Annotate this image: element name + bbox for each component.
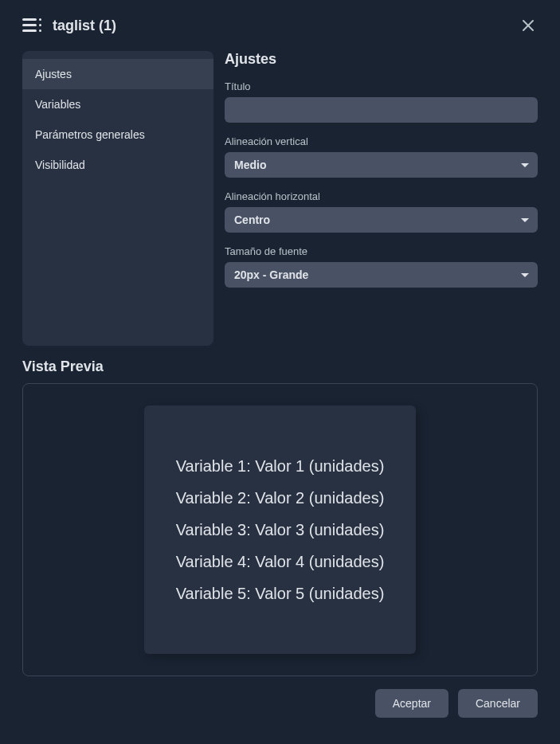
preview-title: Vista Previa: [22, 358, 538, 375]
preview-box: Variable 1: Valor 1 (unidades) Variable …: [22, 383, 538, 676]
select-fontsize[interactable]: 20px - Grande: [225, 262, 538, 288]
variable-name: Variable 5:: [176, 585, 251, 602]
select-halign[interactable]: Centro: [225, 207, 538, 233]
preview-row: Variable 3: Valor 3 (unidades): [176, 514, 385, 546]
variable-value: Valor 2: [255, 489, 304, 507]
field-halign: Alineación horizontal Centro: [225, 190, 538, 233]
accept-button[interactable]: Aceptar: [375, 689, 448, 718]
input-titulo[interactable]: [225, 97, 538, 123]
cancel-button[interactable]: Cancelar: [458, 689, 538, 718]
variable-units: (unidades): [309, 585, 385, 602]
variable-name: Variable 1:: [176, 457, 251, 475]
variable-value: Valor 3: [255, 521, 304, 538]
modal-header: taglist (1): [0, 0, 560, 51]
preview-row: Variable 5: Valor 5 (unidades): [176, 578, 385, 609]
label-fontsize: Tamaño de fuente: [225, 245, 538, 257]
label-valign: Alineación vertical: [225, 135, 538, 147]
preview-row: Variable 4: Valor 4 (unidades): [176, 546, 385, 578]
sidebar-item-variables[interactable]: Variables: [22, 89, 213, 119]
modal-title: taglist (1): [53, 18, 116, 34]
sidebar: Ajustes Variables Parámetros generales V…: [22, 51, 213, 346]
label-titulo: Título: [225, 80, 538, 92]
settings-panel: Ajustes Título Alineación vertical Medio…: [225, 51, 538, 346]
variable-value: Valor 1: [255, 457, 304, 475]
sidebar-item-visibilidad[interactable]: Visibilidad: [22, 150, 213, 180]
panel-title: Ajustes: [225, 51, 538, 68]
preview-row: Variable 1: Valor 1 (unidades): [176, 450, 385, 482]
close-button[interactable]: [519, 16, 538, 35]
sidebar-item-ajustes[interactable]: Ajustes: [22, 59, 213, 89]
field-titulo: Título: [225, 80, 538, 123]
modal-footer: Aceptar Cancelar: [0, 676, 560, 740]
preview-section: Vista Previa Variable 1: Valor 1 (unidad…: [0, 346, 560, 676]
select-valign[interactable]: Medio: [225, 152, 538, 178]
label-halign: Alineación horizontal: [225, 190, 538, 202]
preview-widget: Variable 1: Valor 1 (unidades) Variable …: [144, 405, 417, 654]
modal-body: Ajustes Variables Parámetros generales V…: [0, 51, 560, 346]
variable-units: (unidades): [309, 489, 385, 507]
close-icon: [521, 18, 535, 33]
variable-value: Valor 4: [255, 553, 304, 570]
variable-name: Variable 3:: [176, 521, 251, 538]
variable-units: (unidades): [309, 553, 385, 570]
sidebar-item-parametros[interactable]: Parámetros generales: [22, 119, 213, 150]
modal-dialog: taglist (1) Ajustes Variables Parámetros…: [0, 0, 560, 744]
variable-units: (unidades): [309, 457, 385, 475]
taglist-icon: [22, 18, 41, 33]
variable-units: (unidades): [309, 521, 385, 538]
preview-row: Variable 2: Valor 2 (unidades): [176, 482, 385, 514]
field-valign: Alineación vertical Medio: [225, 135, 538, 178]
variable-value: Valor 5: [255, 585, 304, 602]
variable-name: Variable 2:: [176, 489, 251, 507]
field-fontsize: Tamaño de fuente 20px - Grande: [225, 245, 538, 288]
header-left: taglist (1): [22, 18, 116, 34]
variable-name: Variable 4:: [176, 553, 251, 570]
